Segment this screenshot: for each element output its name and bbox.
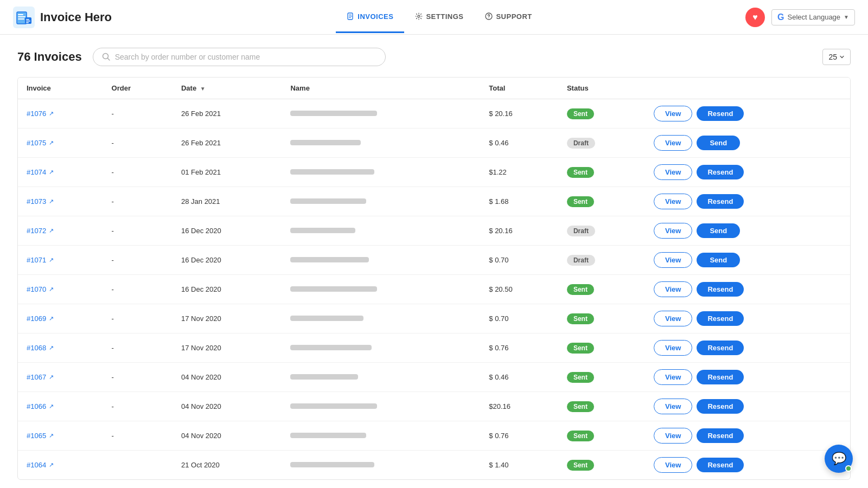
- view-button[interactable]: View: [654, 194, 692, 209]
- cell-order: -: [103, 187, 173, 216]
- invoice-link[interactable]: #1073 ↗: [27, 197, 94, 206]
- invoice-link[interactable]: #1072 ↗: [27, 227, 94, 235]
- invoice-link[interactable]: #1068 ↗: [27, 344, 94, 352]
- sort-arrow-icon: ▼: [200, 86, 206, 92]
- actions-cell: View Resend: [654, 311, 841, 326]
- resend-button[interactable]: Resend: [697, 341, 744, 355]
- view-button[interactable]: View: [654, 281, 692, 297]
- actions-cell: View Send: [654, 223, 841, 239]
- resend-button[interactable]: Resend: [697, 165, 744, 179]
- cell-date: 16 Dec 2020: [173, 275, 282, 304]
- view-button[interactable]: View: [654, 457, 692, 473]
- cell-order: -: [103, 216, 173, 246]
- cell-order: -: [103, 421, 173, 451]
- cell-status: Sent: [558, 187, 645, 216]
- status-badge: Sent: [567, 108, 594, 119]
- invoice-link[interactable]: #1066 ↗: [27, 402, 94, 410]
- cell-order: -: [103, 246, 173, 275]
- name-placeholder: [290, 345, 372, 350]
- view-button[interactable]: View: [654, 369, 692, 385]
- svg-rect-3: [18, 16, 25, 17]
- resend-button[interactable]: Resend: [697, 370, 744, 384]
- resend-button[interactable]: Resend: [697, 194, 744, 209]
- table-row: #1066 ↗ - 04 Nov 2020 $20.16 Sent View R…: [18, 392, 850, 421]
- svg-rect-10: [349, 15, 352, 15]
- per-page-selector[interactable]: 25: [822, 49, 851, 65]
- view-button[interactable]: View: [654, 340, 692, 356]
- status-badge: Sent: [567, 196, 594, 207]
- cell-actions: View Send: [645, 216, 850, 246]
- invoice-link[interactable]: #1067 ↗: [27, 373, 94, 381]
- send-button[interactable]: Send: [697, 253, 740, 267]
- resend-button[interactable]: Resend: [697, 399, 744, 414]
- resend-button[interactable]: Resend: [697, 106, 744, 121]
- invoice-link[interactable]: #1074 ↗: [27, 168, 94, 176]
- name-placeholder: [290, 111, 377, 116]
- invoice-table-container: Invoice Order Date ▼ Name Total Status #…: [17, 77, 851, 480]
- language-selector[interactable]: G Select Language ▼: [771, 9, 855, 25]
- cell-date: 04 Nov 2020: [173, 421, 282, 451]
- cell-status: Sent: [558, 333, 645, 363]
- cell-invoice-id: #1064 ↗: [18, 451, 103, 480]
- cell-date: 26 Feb 2021: [173, 99, 282, 129]
- cell-invoice-id: #1070 ↗: [18, 275, 103, 304]
- send-button[interactable]: Send: [697, 223, 740, 238]
- svg-rect-2: [18, 14, 23, 15]
- resend-button[interactable]: Resend: [697, 282, 744, 297]
- heart-button[interactable]: ♥: [745, 8, 765, 27]
- per-page-chevron-icon: [839, 54, 845, 60]
- cell-name: [282, 246, 480, 275]
- search-icon: [102, 53, 111, 61]
- status-badge: Sent: [567, 313, 594, 324]
- view-button[interactable]: View: [654, 399, 692, 414]
- view-button[interactable]: View: [654, 135, 692, 151]
- view-button[interactable]: View: [654, 106, 692, 121]
- invoice-link[interactable]: #1076 ↗: [27, 110, 94, 118]
- cell-actions: View Send: [645, 129, 850, 158]
- send-button[interactable]: Send: [697, 136, 740, 150]
- status-badge: Sent: [567, 460, 594, 471]
- invoice-link[interactable]: #1071 ↗: [27, 256, 94, 264]
- view-button[interactable]: View: [654, 428, 692, 444]
- view-button[interactable]: View: [654, 164, 692, 180]
- cell-actions: View Resend: [645, 392, 850, 421]
- resend-button[interactable]: Resend: [697, 458, 744, 472]
- nav-invoices[interactable]: INVOICES: [336, 2, 404, 33]
- actions-cell: View Resend: [654, 164, 841, 180]
- cell-actions: View Resend: [645, 275, 850, 304]
- view-button[interactable]: View: [654, 311, 692, 326]
- cell-invoice-id: #1075 ↗: [18, 129, 103, 158]
- name-placeholder: [290, 140, 361, 145]
- invoice-link[interactable]: #1069 ↗: [27, 314, 94, 323]
- invoice-link[interactable]: #1065 ↗: [27, 432, 94, 440]
- status-badge: Sent: [567, 372, 594, 383]
- col-header-date[interactable]: Date ▼: [173, 78, 282, 99]
- resend-button[interactable]: Resend: [697, 428, 744, 443]
- cell-status: Draft: [558, 129, 645, 158]
- top-bar: 76 Invoices 25: [17, 48, 851, 66]
- col-header-actions: [645, 78, 850, 99]
- nav-settings[interactable]: SETTINGS: [404, 2, 474, 33]
- nav-support[interactable]: SUPPORT: [474, 2, 542, 33]
- status-badge: Sent: [567, 167, 594, 178]
- external-link-icon: ↗: [49, 198, 54, 205]
- status-badge: Draft: [567, 255, 595, 266]
- invoice-link[interactable]: #1064 ↗: [27, 461, 94, 469]
- resend-button[interactable]: Resend: [697, 311, 744, 326]
- col-header-order: Order: [103, 78, 173, 99]
- view-button[interactable]: View: [654, 223, 692, 239]
- view-button[interactable]: View: [654, 252, 692, 268]
- svg-point-15: [489, 17, 489, 18]
- invoice-link[interactable]: #1070 ↗: [27, 285, 94, 293]
- invoice-link[interactable]: #1075 ↗: [27, 139, 94, 147]
- cell-date: 04 Nov 2020: [173, 392, 282, 421]
- cell-name: [282, 421, 480, 451]
- actions-cell: View Resend: [654, 194, 841, 209]
- cell-date: 17 Nov 2020: [173, 333, 282, 363]
- cell-total: $ 20.16: [480, 99, 558, 129]
- search-input[interactable]: [115, 53, 376, 61]
- cell-date: 17 Nov 2020: [173, 304, 282, 333]
- svg-rect-4: [18, 18, 24, 20]
- cell-name: [282, 363, 480, 392]
- chat-bubble[interactable]: 💬: [825, 445, 853, 473]
